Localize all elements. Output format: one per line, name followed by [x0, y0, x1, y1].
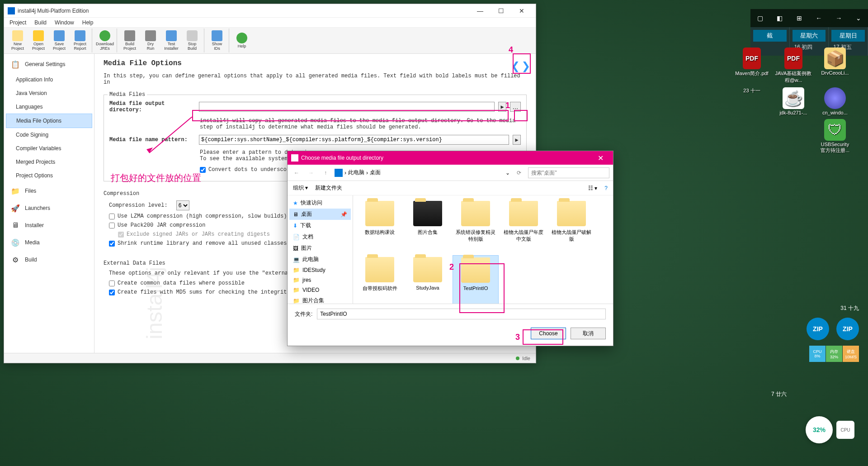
folder-item[interactable]: 📁IDEStudy [289, 265, 351, 275]
build-project-button[interactable]: Build Project [120, 29, 140, 52]
folder[interactable]: 植物大战僵尸破解版 [548, 199, 594, 253]
menu-window[interactable]: Window [51, 19, 78, 27]
output-dir-label: Media file output directory: [109, 100, 195, 113]
desktop-icon[interactable]: ☕jdk-8u271-... [774, 87, 813, 115]
sidebar-java-version[interactable]: Java Version [6, 86, 92, 100]
app-icon [8, 7, 15, 14]
sidebar-launchers[interactable]: 🚀Launchers [6, 200, 92, 217]
show-ids-button[interactable]: Show IDs [207, 29, 227, 52]
stop-build-button[interactable]: Stop Build [182, 29, 202, 52]
sidebar-media-file-options[interactable]: Media File Options [6, 114, 92, 128]
dry-run-button[interactable]: Dry Run [141, 29, 160, 52]
pack200-checkbox[interactable] [109, 223, 115, 228]
test-installer-button[interactable]: Test Installer [161, 29, 181, 52]
download-jres-button[interactable]: Download JREs [95, 29, 115, 52]
folder[interactable]: 系统错误修复精灵特别版 [453, 199, 499, 253]
folder[interactable]: 图片合集 [405, 199, 451, 253]
zip-icon[interactable]: ZIP [807, 318, 829, 340]
disc-icon: 💿 [10, 238, 20, 247]
md5-checkbox[interactable] [109, 290, 115, 295]
cancel-button[interactable]: 取消 [571, 328, 606, 339]
taskbar-icon[interactable]: ◧ [777, 14, 783, 22]
quick-access[interactable]: ★快速访问 [289, 197, 351, 209]
taskbar-icon[interactable]: ← [816, 14, 822, 22]
prev-arrow[interactable]: ❮ [511, 57, 519, 76]
output-dir-browse[interactable]: … [510, 102, 521, 112]
view-button[interactable]: ☷ ▾ [588, 185, 597, 191]
folder[interactable]: StudyJava [405, 255, 451, 304]
sidebar-code-signing[interactable]: Code Signing [6, 128, 92, 142]
breadcrumb[interactable]: ›此电脑 ›桌面 ⌄ [335, 169, 510, 177]
downloads-item[interactable]: ⬇下载 [289, 220, 351, 231]
folder-item[interactable]: 📁VIDEO [289, 285, 351, 295]
minimize-button[interactable]: — [470, 4, 491, 18]
common-data-checkbox[interactable] [109, 281, 115, 286]
cal-header: 星期六 [793, 30, 826, 42]
cpu-circle[interactable]: 32% [806, 416, 833, 443]
organize-button[interactable]: 组织 ▾ [293, 184, 308, 192]
name-pattern-arrow[interactable]: ▶ [513, 135, 521, 145]
choose-button[interactable]: Choose [531, 328, 566, 339]
taskbar-icon[interactable]: → [835, 14, 842, 22]
help-button[interactable]: Help [232, 29, 252, 52]
desktop-icon[interactable]: PDFJAVA基础案例教程@w... [774, 48, 813, 84]
menu-build[interactable]: Build [31, 19, 50, 27]
new-folder-button[interactable]: 新建文件夹 [315, 184, 342, 192]
up-button[interactable]: ↑ [320, 167, 331, 178]
sidebar-languages[interactable]: Languages [6, 100, 92, 114]
sidebar-project-options[interactable]: Project Options [6, 169, 92, 182]
folder-item[interactable]: 📁jres [289, 275, 351, 285]
project-report-button[interactable]: Project Report [70, 29, 90, 52]
sidebar-application-info[interactable]: Application Info [6, 73, 92, 86]
dialog-search[interactable] [528, 167, 609, 178]
sidebar-general-settings[interactable]: 📋General Settings [6, 56, 92, 73]
desktop-icon[interactable]: 📦DrvCeooLi... [816, 48, 854, 84]
back-button[interactable]: ← [291, 167, 302, 178]
dialog-close-button[interactable]: ✕ [591, 154, 609, 162]
lzma-checkbox[interactable] [109, 214, 115, 219]
sidebar-build[interactable]: ⚙Build [6, 251, 92, 268]
refresh-button[interactable]: ⟳ [514, 167, 524, 178]
next-arrow[interactable]: ❯ [522, 57, 530, 76]
menu-project[interactable]: Project [6, 19, 30, 27]
output-dir-input[interactable] [199, 102, 495, 112]
name-pattern-input[interactable] [199, 135, 509, 145]
desktop-item[interactable]: 🖥桌面📌 [289, 209, 351, 220]
dialog-titlebar: Choose media file output directory ✕ [288, 151, 613, 165]
maximize-button[interactable]: ☐ [491, 4, 511, 18]
sidebar-media[interactable]: 💿Media [6, 234, 92, 251]
dialog-toolbar: 组织 ▾ 新建文件夹 ☷ ▾ ? [288, 181, 613, 195]
thispc-item[interactable]: 💻此电脑 [289, 254, 351, 265]
pictures-item[interactable]: 🖼图片 [289, 243, 351, 254]
desktop-icon[interactable]: 🛡USBSecurity 官方待注册... [816, 119, 854, 154]
annotation-text: 打包好的文件放的位置 [111, 172, 201, 184]
zip-icon[interactable]: ZIP [836, 318, 859, 340]
taskbar-icon[interactable]: ⌄ [856, 14, 861, 22]
documents-item[interactable]: 📄文档 [289, 231, 351, 243]
taskbar-icon[interactable]: ⊞ [797, 14, 802, 22]
open-project-button[interactable]: Open Project [28, 29, 48, 52]
compression-level-select[interactable]: 6 [176, 200, 189, 210]
folder[interactable]: 植物大战僵尸年度中文版 [500, 199, 547, 253]
desktop-icon[interactable]: cn_windo... [816, 87, 854, 115]
sidebar-merged-projects[interactable]: Merged Projects [6, 155, 92, 169]
save-project-button[interactable]: Save Project [49, 29, 69, 52]
folder[interactable]: 自带授权码软件 [357, 255, 403, 304]
taskbar-icon[interactable]: ▢ [757, 14, 763, 22]
sidebar-files[interactable]: 📁Files [6, 182, 92, 200]
folder-name-input[interactable] [317, 309, 606, 319]
sidebar-installer[interactable]: 🖥Installer [6, 217, 92, 234]
help-icon[interactable]: ? [604, 185, 608, 191]
forward-button[interactable]: → [306, 167, 316, 178]
sidebar-compiler-variables[interactable]: Compiler Variables [6, 142, 92, 155]
folder[interactable]: 数据结构课设 [357, 199, 403, 253]
desktop-icon[interactable]: PDFMaven简介.pdf [732, 48, 771, 84]
close-button[interactable]: ✕ [511, 4, 532, 18]
new-project-button[interactable]: New Project [8, 29, 28, 52]
menu-help[interactable]: Help [79, 19, 97, 27]
file-dialog: Choose media file output directory ✕ ← →… [287, 151, 613, 346]
folder-item[interactable]: 📁图片合集 [289, 295, 351, 304]
folder-selected[interactable]: TestPrintIO [453, 255, 499, 304]
shrink-checkbox[interactable] [109, 241, 115, 247]
cpu-icon[interactable]: CPU [836, 421, 854, 439]
